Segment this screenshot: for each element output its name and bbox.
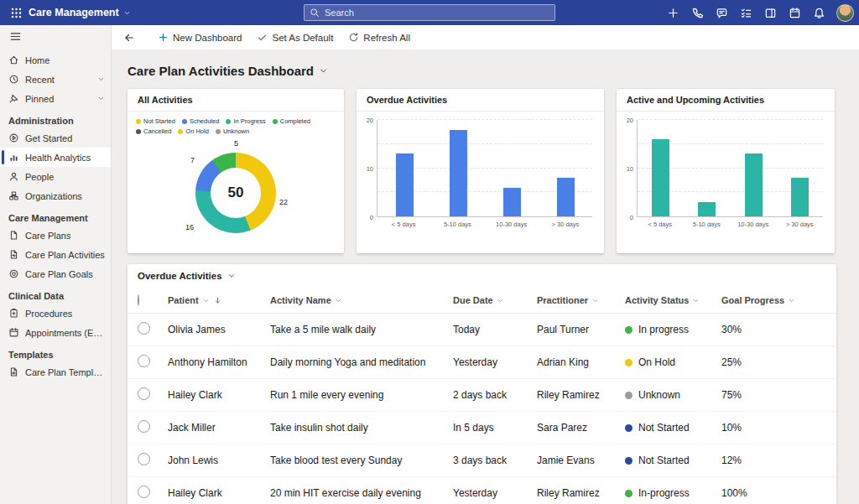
row-select-checkbox[interactable] (138, 420, 150, 433)
waffle-icon (10, 7, 23, 19)
legend-dot (136, 119, 141, 124)
sidebar-item-appointments-emr[interactable]: Appointments (EMR) (0, 323, 111, 342)
page-title: Care Plan Activities Dashboard (128, 64, 314, 78)
dashboard-selector-chevron-icon[interactable] (319, 66, 328, 75)
sidebar-item-procedures[interactable]: Procedures (0, 304, 111, 323)
sidebar-item-care-plan-goals[interactable]: Care Plan Goals (0, 264, 111, 283)
row-select-checkbox[interactable] (138, 486, 150, 498)
table-row[interactable]: John LewisTake blood test every Sunday3 … (128, 444, 836, 477)
row-select-checkbox[interactable] (138, 355, 150, 367)
column-header-due-date[interactable]: Due Date (453, 295, 537, 305)
donut-total: 50 (228, 184, 244, 201)
table-row[interactable]: Anthony HamiltonDaily morning Yoga and m… (128, 346, 836, 379)
command-label: Set As Default (272, 33, 333, 43)
sidebar-item-people[interactable]: People (0, 167, 111, 186)
sidebar-item-organizations[interactable]: Organizations (0, 186, 111, 205)
calendar-icon (8, 327, 19, 338)
due-date-cell: Today (453, 324, 537, 335)
sidebar-item-care-plan-templates[interactable]: Care Plan Templates (0, 362, 111, 382)
sidebar-item-label: Care Plans (25, 231, 70, 241)
calendar-button[interactable] (784, 3, 805, 23)
global-search (304, 4, 555, 21)
bell-icon (813, 7, 825, 19)
sidebar-item-pinned[interactable]: Pinned (0, 89, 111, 108)
top-app-bar: Care Management (0, 0, 859, 25)
refresh-all-button[interactable]: Refresh All (341, 25, 418, 49)
chevron-down-icon (497, 297, 504, 304)
sidebar-item-home[interactable]: Home (0, 50, 111, 70)
sidebar-item-label: Care Plan Goals (25, 269, 93, 279)
patient-cell: Anthony Hamilton (168, 356, 270, 368)
tasks-button[interactable] (735, 3, 757, 23)
row-select-checkbox[interactable] (138, 387, 150, 400)
column-header-activity-name[interactable]: Activity Name (270, 295, 453, 305)
notifications-button[interactable] (808, 3, 830, 23)
sidebar-item-get-started[interactable]: Get Started (0, 128, 111, 148)
table-row[interactable]: Jack MillerTake insulin shot dailyIn 5 d… (128, 412, 836, 444)
add-icon (158, 32, 169, 43)
due-date-cell: Yesterday (453, 356, 537, 368)
select-all-checkbox[interactable] (138, 294, 139, 306)
column-header-practitioner[interactable]: Practitioner (537, 295, 625, 305)
x-axis-labels: < 5 days5-10 days10-30 days> 30 days (377, 221, 592, 231)
chat-button[interactable] (711, 3, 732, 23)
bar-30-days (557, 178, 575, 216)
activity-name-cell: Daily morning Yoga and meditation (270, 356, 453, 368)
activity-status-cell: Not Started (625, 422, 721, 434)
goal-progress-cell: 25% (721, 356, 826, 368)
bar-5-10-days (698, 202, 716, 216)
legend-item-not-started: Not Started (136, 117, 175, 126)
chevron-down-icon (788, 297, 795, 304)
row-select-checkbox[interactable] (138, 453, 150, 465)
side-panel-button[interactable] (759, 3, 781, 23)
donut-value-completed: 5 (234, 139, 238, 148)
set-as-default-button[interactable]: Set As Default (249, 25, 341, 49)
sidebar-item-label: Organizations (25, 191, 82, 201)
analytics-icon (8, 152, 19, 163)
waffle-menu-button[interactable] (5, 3, 27, 23)
sidebar-item-care-plans[interactable]: Care Plans (0, 226, 111, 245)
row-select-checkbox[interactable] (138, 322, 150, 335)
target-icon (8, 268, 19, 279)
bar-10-30-days (745, 153, 763, 216)
y-axis: 01020 (623, 120, 637, 217)
sitemap-sidebar: HomeRecentPinnedAdministrationGet Starte… (0, 25, 112, 504)
card-title: Overdue Activities (357, 89, 604, 112)
donut-value-in-progress: 16 (185, 223, 194, 231)
new-dashboard-button[interactable]: New Dashboard (150, 25, 249, 49)
back-button[interactable] (118, 28, 140, 48)
panel-icon (764, 7, 777, 19)
practitioner-cell: Paul Turner (537, 324, 625, 335)
column-header-patient[interactable]: Patient (168, 295, 270, 305)
patient-cell: Hailey Clark (168, 487, 270, 499)
sidebar-item-health-analytics[interactable]: Health Analytics (0, 148, 111, 167)
legend-dot (182, 119, 187, 124)
doc-icon (8, 230, 19, 241)
avatar[interactable] (836, 4, 854, 22)
add-icon (667, 7, 679, 19)
table-row[interactable]: Hailey ClarkRun 1 mile every evening2 da… (128, 379, 836, 412)
app-switcher[interactable]: Care Management (29, 7, 131, 18)
sitemap-toggle-button[interactable] (8, 30, 23, 45)
practitioner-cell: Sara Parez (537, 422, 625, 434)
table-title-row[interactable]: Overdue Activities (128, 264, 836, 288)
calendar-icon (789, 7, 801, 19)
quick-create-button[interactable] (662, 3, 684, 23)
overdue-activities-chart-card: Overdue Activities 01020 < 5 days5-10 da… (357, 89, 604, 253)
search-input[interactable] (304, 4, 555, 21)
sidebar-item-care-plan-activities[interactable]: Care Plan Activities (0, 245, 111, 264)
sidebar-section-administration: Administration (0, 108, 111, 128)
chevron-down-icon[interactable] (97, 75, 105, 83)
chevron-down-icon[interactable] (97, 95, 105, 102)
table-row[interactable]: Hailey Clark20 min HIT exercise daily ev… (128, 477, 836, 504)
column-header-activity-status[interactable]: Activity Status (625, 295, 721, 305)
back-arrow-icon (123, 32, 135, 44)
phone-button[interactable] (686, 3, 708, 23)
practitioner-cell: Riley Ramirez (537, 389, 625, 401)
table-row[interactable]: Olivia JamesTake a 5 mile walk dailyToda… (128, 314, 836, 346)
sidebar-item-recent[interactable]: Recent (0, 70, 111, 89)
legend-item-on-hold: On Hold (178, 127, 209, 136)
column-header-goal-progress[interactable]: Goal Progress (721, 295, 826, 305)
status-dot (625, 392, 633, 399)
activity-name-cell: Take insulin shot daily (270, 422, 453, 434)
